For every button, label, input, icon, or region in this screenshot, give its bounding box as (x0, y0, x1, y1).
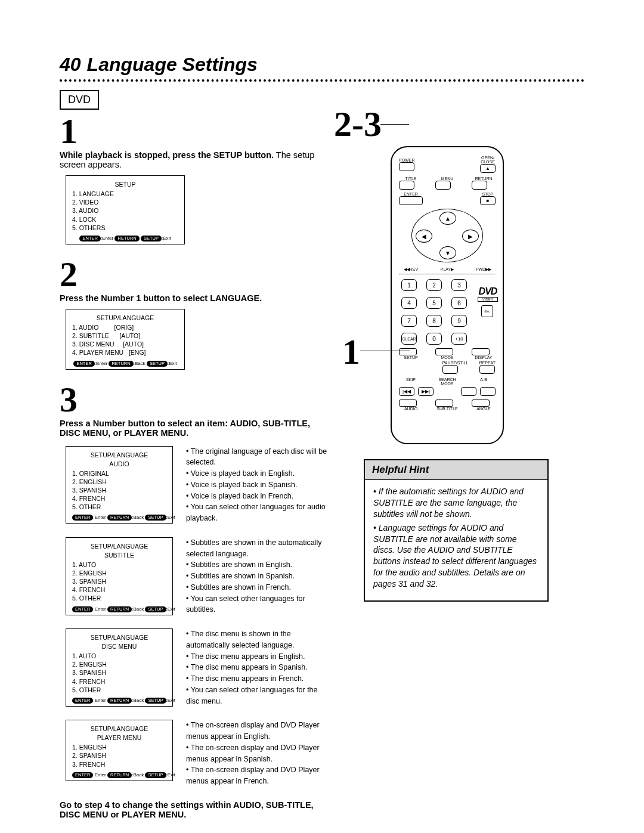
remote-menu-label: MENU (435, 176, 459, 181)
hint-item: Language settings for AUDIO and SUBTITLE… (373, 522, 539, 590)
setup-row: 3. AUDIO (72, 206, 178, 215)
option-description-list: Subtitles are shown in the automatically… (186, 537, 328, 615)
remote-angle-button (472, 400, 490, 407)
setup-row: 4. FRENCH (72, 586, 166, 594)
helpful-hint-body: If the automatic settings for AUDIO and … (365, 480, 547, 600)
setup-box-subtitle: AUDIO (72, 460, 166, 467)
remote-repeat-label: REPEAT (479, 361, 496, 365)
dvd-logo-text: DVD (479, 286, 497, 296)
step-1-text: While playback is stopped, press the SET… (60, 150, 328, 169)
remote-skip-back-button: |◀◀ (399, 387, 414, 396)
pill-return: RETURN (109, 361, 133, 367)
option-description: Voice is played back in Spanish. (186, 479, 328, 491)
remote-setup-button (399, 348, 417, 355)
setup-box-footer: ENTER:Enter RETURN:Back SETUP:Exit (72, 606, 166, 612)
remote-num-0: 0 (426, 333, 442, 345)
remote-enter-button (399, 196, 423, 205)
pill-setup: SETUP (141, 236, 162, 241)
option-description: You can select other languages for audio… (186, 501, 328, 524)
ref-label-2-3: 2-3 (334, 106, 382, 142)
language-option-group: SETUP/LANGUAGEDISC MENU1. AUTO2. ENGLISH… (66, 628, 328, 707)
language-option-group: SETUP/LANGUAGESUBTITLE1. AUTO2. ENGLISH3… (66, 537, 328, 615)
remote-stop-label: STOP (480, 192, 496, 196)
remote-enter-label: ENTER (399, 192, 423, 196)
setup-row: 1. ENGLISH (72, 743, 166, 751)
remote-rev-label: ◀◀REV (399, 267, 423, 272)
setup-box-footer: ENTER:Enter RETURN:Back SETUP:Exit (72, 698, 166, 704)
pill-enter: ENTER (79, 236, 100, 241)
setup-box-footer: ENTER:Enter RETURN:Back SETUP:Exit (72, 361, 178, 367)
remote-skip-label: SKIP (399, 377, 423, 386)
option-description: Voice is played back in English. (186, 468, 328, 479)
setup-row: 2. ENGLISH (72, 478, 166, 486)
option-description: The disc menu appears in French. (186, 673, 328, 685)
link-line-23 (380, 124, 409, 125)
option-description: Subtitles are shown in the automatically… (186, 537, 328, 560)
setup-box-title: SETUP/LANGUAGE (72, 543, 166, 550)
remote-subtitle-label: SUB.TITLE (435, 407, 459, 411)
pill-word: :Enter (101, 236, 113, 241)
hint-item: If the automatic settings for AUDIO and … (373, 486, 539, 520)
remote-mode-label: MODE (435, 355, 459, 360)
remote-ab-button (480, 387, 496, 396)
setup-row: 4. FRENCH (72, 677, 166, 686)
step-3-footer: Go to step 4 to change the settings with… (60, 800, 328, 819)
remote-search-label: SEARCH MODE (435, 377, 459, 386)
setup-box-option: SETUP/LANGUAGESUBTITLE1. AUTO2. ENGLISH3… (66, 537, 173, 615)
language-option-group: SETUP/LANGUAGEAUDIO1. ORIGINAL2. ENGLISH… (66, 446, 328, 524)
dvd-badge: DVD (60, 90, 99, 110)
setup-box-title: SETUP (72, 181, 178, 188)
setup-box-subtitle: PLAYER MENU (72, 734, 166, 741)
option-description: You can select other languages for subti… (186, 593, 328, 616)
step-3-number: 3 (60, 382, 328, 417)
divider-dots (60, 79, 584, 82)
remote-return-label: RETURN (472, 176, 496, 181)
setup-row: 1. AUTO (72, 561, 166, 569)
remote-title-label: TITLE (399, 176, 423, 181)
remote-repeat-button (479, 365, 495, 374)
pill-word: :Exit (162, 236, 171, 241)
remote-angle-label: ANGLE (472, 407, 496, 411)
remote-return-button (472, 181, 487, 190)
remote-num-1: 1 (401, 279, 417, 291)
remote-audio-button (399, 400, 417, 407)
dvd-logo-sub: VIDEO (478, 297, 498, 302)
remote-subtitle-button (435, 400, 453, 407)
setup-box-option: SETUP/LANGUAGEDISC MENU1. AUTO2. ENGLISH… (66, 628, 173, 707)
remote-skip-fwd-button: ▶▶| (418, 387, 434, 396)
remote-num-3: 3 (451, 279, 467, 291)
remote-num-8: 8 (426, 315, 442, 327)
setup-box-option: SETUP/LANGUAGEPLAYER MENU1. ENGLISH2. SP… (66, 720, 173, 781)
setup-box-language: SETUP/LANGUAGE 1. AUDIO [ORIG] 2. SUBTIT… (66, 309, 185, 370)
dvd-logo: DVD VIDEO (478, 286, 498, 302)
remote-num-7: 7 (401, 315, 417, 327)
dpad-down-icon: ▼ (439, 246, 456, 259)
step-1-bold: While playback is stopped, press the SET… (60, 150, 274, 160)
cd-logo: disc (481, 305, 493, 317)
remote-num-2: 2 (426, 279, 442, 291)
language-option-group: SETUP/LANGUAGEPLAYER MENU1. ENGLISH2. SP… (66, 720, 328, 787)
step-2-bold: Press the Number 1 button to select LANG… (60, 293, 262, 303)
pill-word: :Back (134, 361, 145, 366)
remote-open-close-label: OPEN/ CLOSE (480, 156, 496, 164)
option-description: The original language of each disc will … (186, 446, 328, 469)
setup-row: 1. ORIGINAL (72, 469, 166, 478)
setup-box-option: SETUP/LANGUAGEAUDIO1. ORIGINAL2. ENGLISH… (66, 446, 173, 524)
page-number: 40 (60, 54, 81, 76)
step-3-bold: Press a Number button to select an item:… (60, 419, 310, 438)
remote-num-6: 6 (451, 297, 467, 309)
setup-row: 5. OTHER (72, 503, 166, 511)
remote-menu-button (435, 181, 451, 190)
remote-control-diagram: POWER OPEN/ CLOSE ▲ TITLE MENU RETURN EN… (391, 146, 504, 444)
remote-play-label: PLAY▶ (435, 267, 459, 272)
remote-power-label: POWER (399, 158, 414, 162)
step-2-text: Press the Number 1 button to select LANG… (60, 293, 328, 303)
remote-stop-button: ■ (480, 196, 496, 205)
remote-display-label: DISPLAY (472, 355, 496, 360)
option-description: The on-screen display and DVD Player men… (186, 742, 328, 765)
setup-row: 5. OTHER (72, 686, 166, 694)
remote-audio-label: AUDIO (399, 407, 423, 411)
option-description-list: The original language of each disc will … (186, 446, 328, 524)
setup-box-title: SETUP/LANGUAGE (72, 314, 178, 321)
dpad-right-icon: ▶ (462, 230, 479, 243)
